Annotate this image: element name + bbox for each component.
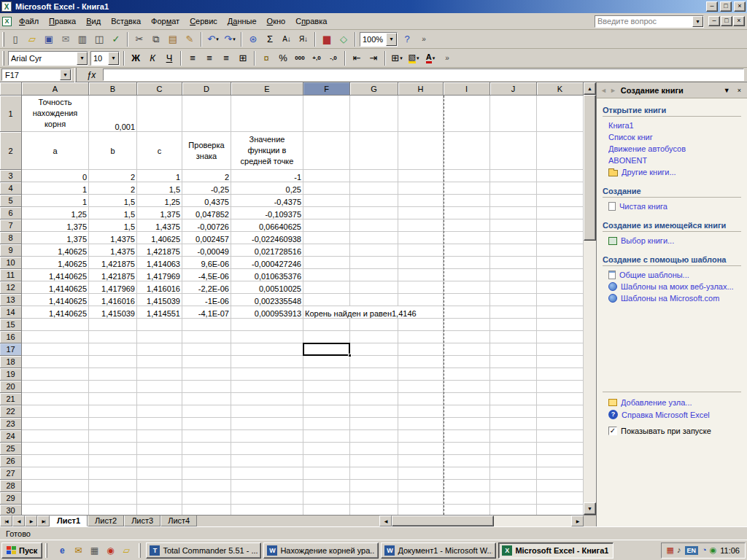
cell-A27[interactable] <box>22 467 89 480</box>
cell-F17[interactable] <box>303 343 350 356</box>
font-size-dropdown-icon[interactable]: ▾ <box>108 52 119 65</box>
cell-K14[interactable] <box>537 306 584 319</box>
cell-J9[interactable] <box>490 244 537 257</box>
cell-E2[interactable]: Значение функции в средней точке <box>231 132 303 170</box>
cell-B5[interactable]: 1,5 <box>89 195 137 207</box>
zoom-dropdown-icon[interactable]: ▾ <box>386 33 397 46</box>
cell-J28[interactable] <box>490 480 537 492</box>
cell-E4[interactable]: 0,25 <box>231 182 303 195</box>
cell-J10[interactable] <box>490 257 537 269</box>
cell-D9[interactable]: -0,00049 <box>182 244 231 257</box>
cell-J5[interactable] <box>490 195 537 207</box>
doc-close-icon[interactable]: × <box>733 16 745 26</box>
merge-center-button[interactable]: ⊞ <box>235 50 251 66</box>
cell-I4[interactable] <box>444 182 490 195</box>
cell-F5[interactable] <box>303 195 350 207</box>
task-pane-link[interactable]: Справка Microsoft Excel <box>622 411 710 419</box>
cell-G19[interactable] <box>350 368 398 381</box>
cell-G23[interactable] <box>350 418 398 430</box>
cell-K30[interactable] <box>537 505 584 515</box>
cell-I9[interactable] <box>444 244 490 257</box>
column-header-A[interactable]: A <box>22 82 89 96</box>
name-box-dropdown-icon[interactable]: ▾ <box>60 69 71 80</box>
cell-G13[interactable] <box>350 294 398 306</box>
media-player-icon[interactable]: ◉ <box>103 543 117 558</box>
cell-I30[interactable] <box>444 505 490 515</box>
task-pane-close-icon[interactable]: × <box>735 87 743 94</box>
cell-G5[interactable] <box>350 195 398 207</box>
row-header-28[interactable]: 28 <box>0 480 22 492</box>
cell-B1[interactable]: 0,001 <box>89 96 137 132</box>
cell-D21[interactable] <box>182 393 231 405</box>
cell-B8[interactable]: 1,4375 <box>89 232 137 244</box>
cell-D10[interactable]: 9,6E-06 <box>182 257 231 269</box>
cell-G12[interactable] <box>350 281 398 294</box>
cell-E14[interactable]: 0,000953913 <box>231 306 303 319</box>
task-pane-link[interactable]: ABONENT <box>608 156 647 165</box>
cell-B18[interactable] <box>89 356 137 368</box>
cell-D3[interactable]: 2 <box>182 170 231 182</box>
font-name-dropdown-icon[interactable]: ▾ <box>77 52 88 65</box>
row-header-30[interactable]: 30 <box>0 505 22 515</box>
cell-K16[interactable] <box>537 331 584 343</box>
cell-B6[interactable]: 1,5 <box>89 207 137 219</box>
cell-H30[interactable] <box>398 505 444 515</box>
cell-F7[interactable] <box>303 219 350 232</box>
cell-B14[interactable]: 1,415039 <box>89 306 137 319</box>
cell-I18[interactable] <box>444 356 490 368</box>
cell-D26[interactable] <box>182 455 231 467</box>
scroll-up-icon[interactable]: ▲ <box>584 82 596 95</box>
cell-J15[interactable] <box>490 319 537 331</box>
cell-C2[interactable]: c <box>137 132 182 170</box>
cell-F13[interactable] <box>303 294 350 306</box>
cell-K29[interactable] <box>537 492 584 505</box>
cell-J20[interactable] <box>490 381 537 393</box>
font-size-combo[interactable]: 10▾ <box>90 51 120 66</box>
menu-Сервис[interactable]: Сервис <box>185 15 222 28</box>
cell-I14[interactable] <box>444 306 490 319</box>
cell-E24[interactable] <box>231 430 303 443</box>
cell-A24[interactable] <box>22 430 89 443</box>
cell-C17[interactable] <box>137 343 182 356</box>
cell-C10[interactable]: 1,414063 <box>137 257 182 269</box>
cell-A16[interactable] <box>22 331 89 343</box>
fill-handle[interactable] <box>348 354 352 357</box>
sheet-tab-Лист4[interactable]: Лист4 <box>160 516 197 526</box>
undo-button[interactable]: ↶▾ <box>205 31 221 47</box>
cell-B19[interactable] <box>89 368 137 381</box>
menu-Формат[interactable]: Формат <box>146 15 185 28</box>
cell-D8[interactable]: 0,002457 <box>182 232 231 244</box>
cell-D16[interactable] <box>182 331 231 343</box>
cell-C18[interactable] <box>137 356 182 368</box>
cell-G6[interactable] <box>350 207 398 219</box>
cell-F2[interactable] <box>303 132 350 170</box>
cell-F20[interactable] <box>303 381 350 393</box>
align-left-button[interactable]: ≡ <box>185 50 201 66</box>
cell-C3[interactable]: 1 <box>137 170 182 182</box>
cell-G30[interactable] <box>350 505 398 515</box>
zoom-combo[interactable]: 100%▾ <box>360 32 398 47</box>
cell-B22[interactable] <box>89 405 137 418</box>
cell-G25[interactable] <box>350 443 398 455</box>
row-header-20[interactable]: 20 <box>0 381 22 393</box>
cell-E15[interactable] <box>231 319 303 331</box>
menu-Вид[interactable]: Вид <box>81 15 106 28</box>
cell-F4[interactable] <box>303 182 350 195</box>
cell-A22[interactable] <box>22 405 89 418</box>
task-pane-link[interactable]: Чистая книга <box>619 202 667 211</box>
cell-H5[interactable] <box>398 195 444 207</box>
cell-D14[interactable]: -4,1E-07 <box>182 306 231 319</box>
cell-B17[interactable] <box>89 343 137 356</box>
cell-K20[interactable] <box>537 381 584 393</box>
cell-A4[interactable]: 1 <box>22 182 89 195</box>
format-painter-button[interactable]: ✎ <box>182 31 198 47</box>
cell-G1[interactable] <box>350 96 398 132</box>
cell-F26[interactable] <box>303 455 350 467</box>
cell-K22[interactable] <box>537 405 584 418</box>
doc-minimize-icon[interactable]: – <box>708 16 720 26</box>
cell-D29[interactable] <box>182 492 231 505</box>
cell-B2[interactable]: b <box>89 132 137 170</box>
start-button[interactable]: Пуск <box>1 542 42 559</box>
print-preview-button[interactable]: ◫ <box>91 31 107 47</box>
taskbar-task-word-document-1[interactable]: WНахождение корней ура... <box>263 542 379 559</box>
